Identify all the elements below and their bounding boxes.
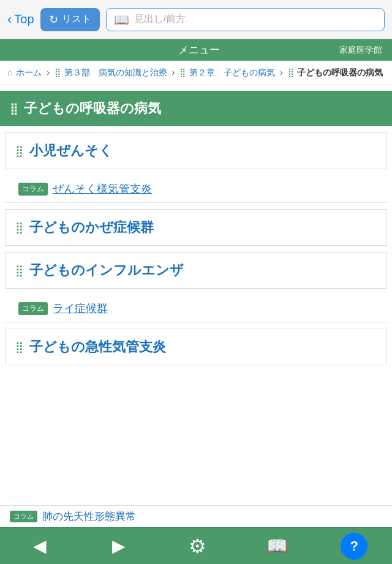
- bottom-back-button[interactable]: ◀: [24, 531, 55, 562]
- list-refresh-icon: ↻: [49, 13, 58, 26]
- back-chevron-icon: ‹: [7, 12, 12, 28]
- divider-1: [5, 202, 387, 203]
- search-placeholder: 見出し/前方: [134, 13, 186, 26]
- top-nav: ‹ Top ↻ リスト 📖 見出し/前方: [0, 0, 392, 39]
- column-item-2[interactable]: コラム ライ症候群: [0, 295, 392, 322]
- search-box[interactable]: 📖 見出し/前方: [106, 8, 385, 31]
- section-header: ⣿ 子どもの呼吸器の病気: [0, 91, 392, 126]
- list-button-label: リスト: [62, 13, 91, 26]
- column-badge-2: コラム: [18, 302, 48, 315]
- item-link-2[interactable]: 子どものかぜ症候群: [29, 218, 154, 237]
- column-badge-1: コラム: [18, 183, 48, 196]
- bottom-bookmark-button[interactable]: 📖: [262, 531, 292, 562]
- item-link-4[interactable]: 子どもの急性気管支炎: [29, 338, 166, 356]
- list-item-3[interactable]: ⣿ 子どものインフルエンザ: [5, 252, 387, 289]
- item-link-1[interactable]: 小児ぜんそく: [29, 142, 113, 160]
- bottom-preview-label[interactable]: 肺の先天性形態異常: [42, 509, 136, 524]
- back-arrow-icon: ◀: [33, 536, 47, 556]
- divider-2: [5, 322, 387, 322]
- menu-bar-label: メニュー: [59, 43, 339, 57]
- list-item[interactable]: ⣿ 小児ぜんそく: [5, 132, 387, 169]
- item-grid-icon-1: ⣿: [15, 144, 23, 158]
- menu-bar: メニュー 家庭医学館: [0, 39, 392, 61]
- breadcrumb-part3[interactable]: 第３部 病気の知識と治療: [64, 67, 167, 77]
- forward-arrow-icon: ▶: [112, 536, 126, 556]
- column-link-2[interactable]: ライ症候群: [53, 301, 108, 316]
- list-item-4[interactable]: ⣿ 子どもの急性気管支炎: [5, 329, 387, 365]
- site-label: 家庭医学館: [339, 45, 382, 56]
- bottom-preview-badge: コラム: [10, 511, 37, 522]
- column-item-1[interactable]: コラム ぜんそく様気管支炎: [0, 175, 392, 202]
- bottom-settings-button[interactable]: ⚙: [183, 531, 213, 562]
- bottom-forward-button[interactable]: ▶: [104, 531, 134, 562]
- home-icon: ⌂: [7, 67, 12, 77]
- section-header-title: 子どもの呼吸器の病気: [24, 99, 161, 118]
- book-icon: 📖: [114, 12, 129, 27]
- column-link-1[interactable]: ぜんそく様気管支炎: [53, 181, 152, 196]
- breadcrumb-chapter2[interactable]: 第２章 子どもの病気: [189, 67, 275, 77]
- bottom-preview: コラム 肺の先天性形態異常: [0, 505, 392, 527]
- back-button[interactable]: ‹ Top: [7, 12, 34, 28]
- back-label: Top: [14, 12, 34, 26]
- list-item-2[interactable]: ⣿ 子どものかぜ症候群: [5, 209, 387, 246]
- bookmark-book-icon: 📖: [266, 536, 288, 556]
- bottom-help-button[interactable]: ?: [341, 533, 368, 560]
- content-area: ⣿ 子どもの呼吸器の病気 ⣿ 小児ぜんそく コラム ぜんそく様気管支炎 ⣿ 子ど…: [0, 91, 392, 445]
- breadcrumb-home[interactable]: ホーム: [16, 67, 42, 77]
- item-grid-icon-4: ⣿: [15, 340, 23, 354]
- item-grid-icon-2: ⣿: [15, 221, 23, 234]
- list-button[interactable]: ↻ リスト: [40, 8, 100, 31]
- wheel-icon: ⚙: [189, 535, 206, 558]
- item-link-3[interactable]: 子どものインフルエンザ: [29, 261, 184, 280]
- bottom-bar: ◀ ▶ ⚙ 📖 ?: [0, 527, 392, 564]
- section-grid-icon: ⣿: [10, 102, 18, 115]
- breadcrumb: ⌂ ホーム › ⣿ 第３部 病気の知識と治療 › ⣿ 第２章 子どもの病気 › …: [0, 61, 392, 85]
- item-grid-icon-3: ⣿: [15, 264, 23, 277]
- help-question-icon: ?: [350, 538, 358, 554]
- breadcrumb-current: 子どもの呼吸器の病気: [297, 67, 383, 77]
